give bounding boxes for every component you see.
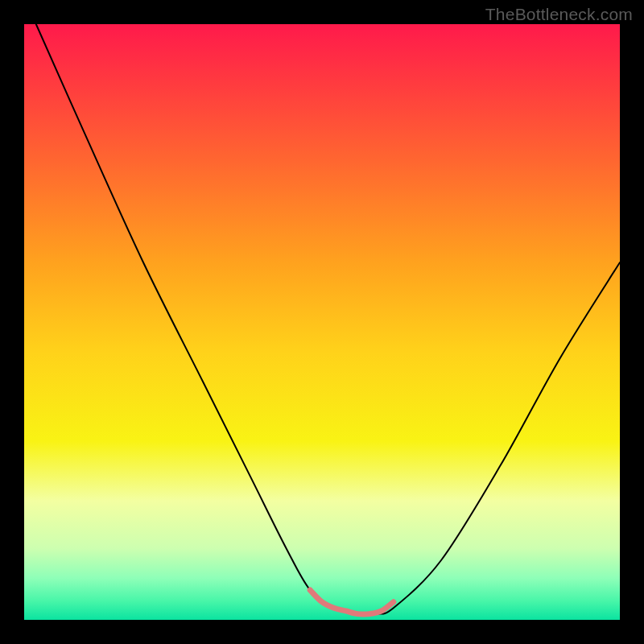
watermark-text: TheBottleneck.com bbox=[485, 5, 633, 24]
bottleneck-chart: TheBottleneck.com bbox=[0, 0, 644, 644]
plot-gradient-background bbox=[24, 24, 620, 620]
